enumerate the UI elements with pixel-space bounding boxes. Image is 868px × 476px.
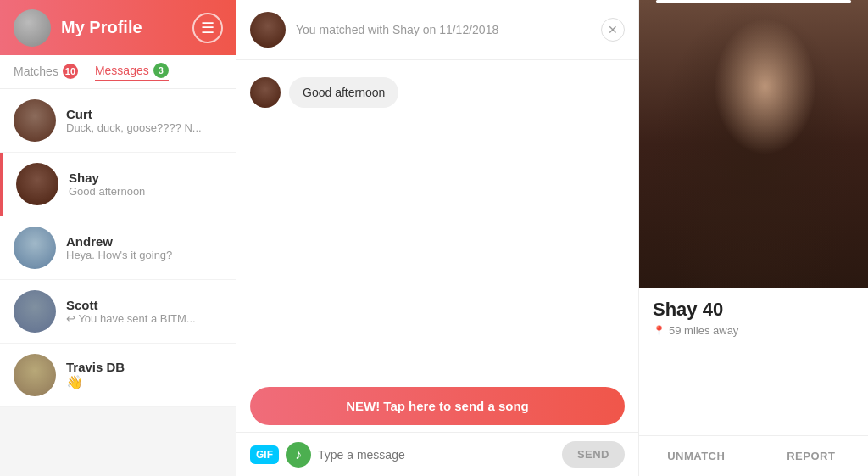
- tab-messages[interactable]: Messages 3: [95, 63, 169, 81]
- contact-info-shay: Shay Good afternoon: [69, 171, 222, 198]
- contact-item-scott[interactable]: Scott ↩ You have sent a BITM...: [0, 280, 236, 344]
- unmatch-button[interactable]: UNMATCH: [639, 436, 754, 476]
- gif-button[interactable]: GIF: [250, 445, 279, 464]
- music-button[interactable]: ♪: [286, 442, 311, 468]
- avatar-scott: [14, 290, 56, 333]
- profile-photo: [639, 0, 868, 288]
- contact-item-travis[interactable]: Travis DB 👋: [0, 344, 236, 407]
- contact-name-curt: Curt: [66, 107, 222, 121]
- profile-name-age: Shay 40: [653, 299, 854, 321]
- profile-distance-text: 59 miles away: [669, 324, 738, 337]
- chat-avatar: [250, 12, 286, 48]
- close-chat-button[interactable]: ✕: [601, 18, 625, 42]
- chat-input-row: GIF ♪ SEND: [236, 432, 638, 476]
- avatar-travis: [14, 354, 56, 396]
- send-button[interactable]: SEND: [562, 441, 625, 468]
- contact-preview-scott: ↩ You have sent a BITM...: [66, 312, 222, 325]
- contact-item-andrew[interactable]: Andrew Heya. How's it going?: [0, 216, 236, 280]
- profile-name: Shay: [653, 299, 698, 320]
- location-icon: 📍: [653, 325, 665, 337]
- contact-info-andrew: Andrew Heya. How's it going?: [66, 234, 222, 261]
- report-button[interactable]: REPORT: [754, 436, 869, 476]
- profile-header: My Profile ☰: [0, 0, 236, 55]
- contact-name-scott: Scott: [66, 298, 222, 312]
- contact-name-shay: Shay: [69, 171, 222, 185]
- tab-matches[interactable]: Matches 10: [14, 64, 78, 81]
- chat-messages: Good afternoon: [236, 60, 638, 380]
- contact-preview-andrew: Heya. How's it going?: [66, 249, 222, 261]
- header-title: My Profile: [61, 18, 192, 37]
- profile-distance: 📍 59 miles away: [653, 324, 854, 337]
- sidebar: Matches 10 Messages 3 Curt Duck, duck, g…: [0, 55, 236, 407]
- message-row-1: Good afternoon: [250, 77, 625, 108]
- contact-item-curt[interactable]: Curt Duck, duck, goose???? N...: [0, 89, 236, 153]
- contacts-list: Curt Duck, duck, goose???? N... Shay Goo…: [0, 89, 236, 407]
- matches-badge: 10: [63, 64, 78, 79]
- photo-progress-bar: [656, 0, 851, 3]
- profile-panel: Shay 40 📍 59 miles away UNMATCH REPORT: [639, 0, 868, 476]
- chat-match-info: You matched with Shay on 11/12/2018: [250, 12, 498, 48]
- message-avatar: [250, 77, 281, 108]
- tabs-bar: Matches 10 Messages 3: [0, 55, 236, 89]
- contact-name-andrew: Andrew: [66, 234, 222, 249]
- profile-avatar[interactable]: [14, 9, 51, 47]
- chat-area: You matched with Shay on 11/12/2018 ✕ Go…: [236, 0, 639, 476]
- contact-preview-travis: 👋: [66, 374, 222, 390]
- profile-photo-image: [639, 0, 868, 288]
- contact-preview-shay: Good afternoon: [69, 185, 222, 198]
- contact-info-scott: Scott ↩ You have sent a BITM...: [66, 298, 222, 325]
- message-input[interactable]: [318, 448, 555, 462]
- avatar-andrew: [14, 227, 56, 269]
- song-banner-button[interactable]: NEW! Tap here to send a song: [250, 387, 625, 425]
- menu-icon[interactable]: ☰: [192, 13, 223, 43]
- avatar-shay: [16, 163, 58, 205]
- profile-info: Shay 40 📍 59 miles away: [639, 288, 868, 435]
- contact-info-curt: Curt Duck, duck, goose???? N...: [66, 107, 222, 134]
- chat-match-text: You matched with Shay on 11/12/2018: [296, 23, 498, 36]
- chat-header: You matched with Shay on 11/12/2018 ✕: [236, 0, 638, 60]
- contact-name-travis: Travis DB: [66, 360, 222, 374]
- profile-age: 40: [703, 299, 723, 320]
- profile-actions: UNMATCH REPORT: [639, 435, 868, 476]
- messages-badge: 3: [153, 63, 169, 78]
- contact-preview-curt: Duck, duck, goose???? N...: [66, 121, 222, 134]
- contact-item-shay[interactable]: Shay Good afternoon: [0, 153, 236, 216]
- contact-info-travis: Travis DB 👋: [66, 360, 222, 390]
- avatar-curt: [14, 99, 56, 142]
- message-bubble-1: Good afternoon: [289, 77, 398, 108]
